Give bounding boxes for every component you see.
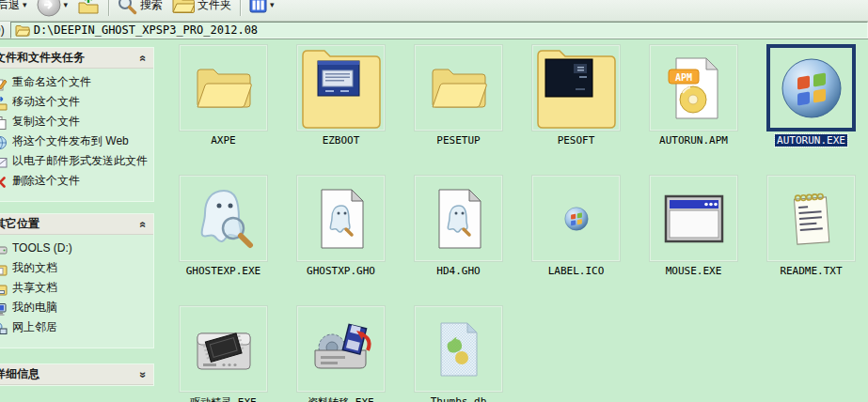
file-thumbnail [179, 44, 268, 131]
file-item-ghostexp[interactable]: GHOSTEXP.EXE [179, 175, 268, 277]
place-shared-documents[interactable]: 共享文档 [0, 281, 150, 301]
address-input[interactable]: D:\DEEPIN_GHOST_XPSP3_PRO_2012.08 [10, 22, 868, 39]
folders-icon [172, 0, 195, 14]
other-places-header[interactable]: 其它位置 « [0, 214, 153, 235]
details-panel: 详细信息 » [0, 363, 154, 386]
file-name: 资料转移.EXE [308, 395, 374, 402]
task-copy-file[interactable]: 复制这个文件 [0, 115, 150, 134]
file-thumbnail [179, 175, 268, 262]
file-item-hd4-gho[interactable]: HD4.GHO [414, 175, 503, 277]
address-path: D:\DEEPIN_GHOST_XPSP3_PRO_2012.08 [34, 23, 258, 37]
file-item-autorun-apm[interactable]: APM AUTORUN.APM [649, 44, 738, 147]
task-label: 移动这个文件 [12, 95, 80, 109]
other-places-panel: 其它位置 « TOOLS (D:) 我的文档 [0, 213, 154, 348]
file-tasks-title: 文件和文件夹任务 [0, 50, 85, 66]
collapse-chevron-icon[interactable]: « [137, 221, 150, 227]
place-my-computer[interactable]: 我的电脑 [0, 301, 150, 320]
back-button[interactable]: 后退 ▾ [0, 0, 32, 13]
file-item-ezboot[interactable]: EZBOOT [296, 44, 386, 147]
file-thumbnail [414, 44, 503, 131]
place-my-documents[interactable]: 我的文档 [0, 261, 150, 281]
my-computer-icon [0, 302, 8, 317]
file-item-label-ico[interactable]: LABEL.ICO [531, 175, 621, 277]
apm-document-icon: APM [668, 57, 720, 119]
address-folder-icon [15, 24, 30, 37]
folders-button[interactable]: 文件夹 [167, 0, 236, 14]
file-name: PESETUP [436, 134, 480, 147]
move-icon [0, 96, 8, 111]
copy-icon [0, 116, 8, 131]
file-item-readme-txt[interactable]: README.TXT [766, 175, 856, 277]
place-label: 共享文档 [12, 281, 57, 295]
file-item-driver-genius[interactable]: 驱动精灵.EXE [179, 305, 268, 402]
task-delete-file[interactable]: 删除这个文件 [0, 174, 150, 193]
search-icon [118, 0, 137, 15]
task-move-file[interactable]: 移动这个文件 [0, 95, 150, 115]
back-label: 后退 [0, 0, 20, 13]
expand-chevron-icon[interactable]: » [137, 371, 150, 378]
place-label: 网上邻居 [12, 320, 57, 334]
folder-preview-icon [301, 47, 382, 130]
file-tasks-panel: 文件和文件夹任务 « 重命名这个文件 移动这个文件 [0, 47, 154, 202]
task-publish-file[interactable]: 将这个文件发布到 Web [0, 134, 150, 154]
file-item-mouse-exe[interactable]: MOUSE.EXE [649, 175, 738, 277]
place-tools-drive[interactable]: TOOLS (D:) [0, 241, 150, 261]
file-name: LABEL.ICO [548, 265, 605, 277]
file-thumbnail [766, 175, 856, 262]
file-name: 驱动精灵.EXE [190, 395, 257, 402]
file-item-thumbs-db[interactable]: Thumbs.db [414, 305, 503, 402]
file-item-pesetup[interactable]: PESETUP [414, 44, 503, 147]
file-name: AUTORUN.APM [659, 134, 728, 147]
file-thumbnail [414, 305, 503, 393]
explorer-window: 后退 ▾ ▾ [0, 0, 868, 402]
toolbar-separator [108, 0, 109, 16]
file-item-ghostxp-gho[interactable]: GHOSTXP.GHO [296, 175, 386, 277]
address-label: 地址(D) [0, 23, 10, 39]
views-icon [249, 0, 267, 13]
windows-logo-icon [781, 57, 843, 119]
up-button[interactable] [72, 0, 104, 15]
drive-icon [0, 242, 8, 257]
data-transfer-icon [309, 322, 373, 377]
toolbar-separator [240, 0, 241, 16]
details-header[interactable]: 详细信息 » [0, 364, 153, 385]
file-name: HD4.GHO [436, 265, 480, 277]
file-thumbnail-selected [766, 44, 856, 131]
place-label: TOOLS (D:) [12, 241, 72, 255]
folders-label: 文件夹 [197, 0, 231, 13]
delete-icon [0, 175, 8, 190]
address-bar: 地址(D) D:\DEEPIN_GHOST_XPSP3_PRO_2012.08 [0, 22, 868, 39]
collapse-chevron-icon[interactable]: « [137, 54, 150, 61]
file-name: AUTORUN.EXE [775, 134, 847, 147]
back-dropdown-icon[interactable]: ▾ [23, 0, 27, 9]
place-network[interactable]: 网上邻居 [0, 320, 150, 340]
task-email-file[interactable]: 以电子邮件形式发送此文件 [0, 154, 150, 174]
file-item-data-transfer[interactable]: 资料转移.EXE [296, 305, 386, 402]
file-item-axpe[interactable]: AXPE [179, 44, 268, 147]
file-thumbnail [296, 175, 386, 262]
task-rename-file[interactable]: 重命名这个文件 [0, 75, 150, 95]
file-item-autorun-exe[interactable]: AUTORUN.EXE [766, 44, 856, 147]
place-label: 我的文档 [12, 261, 57, 275]
file-tasks-header[interactable]: 文件和文件夹任务 « [0, 48, 153, 69]
file-thumbnail [649, 175, 738, 262]
task-label: 将这个文件发布到 Web [12, 134, 129, 148]
task-label: 重命名这个文件 [12, 75, 91, 89]
task-label: 以电子邮件形式发送此文件 [12, 154, 148, 168]
forward-dropdown-icon[interactable]: ▾ [64, 0, 69, 9]
views-dropdown-icon[interactable]: ▾ [270, 0, 275, 9]
views-button[interactable]: ▾ [245, 0, 279, 13]
hidden-file-icon [436, 322, 481, 377]
forward-button[interactable]: ▾ [32, 0, 73, 17]
search-label: 搜索 [140, 0, 163, 13]
details-title: 详细信息 [0, 366, 39, 382]
toolbar: 后退 ▾ ▾ [0, 0, 868, 22]
file-thumbnail [296, 44, 386, 131]
task-pane: 文件和文件夹任务 « 重命名这个文件 移动这个文件 [0, 39, 160, 402]
file-item-pesoft[interactable]: PESOFT [531, 44, 621, 147]
file-thumbnail [296, 305, 386, 393]
ghost-image-icon [317, 189, 366, 249]
notepad-icon [789, 190, 834, 248]
search-button[interactable]: 搜索 [113, 0, 167, 15]
file-name: GHOSTXP.GHO [307, 265, 375, 277]
